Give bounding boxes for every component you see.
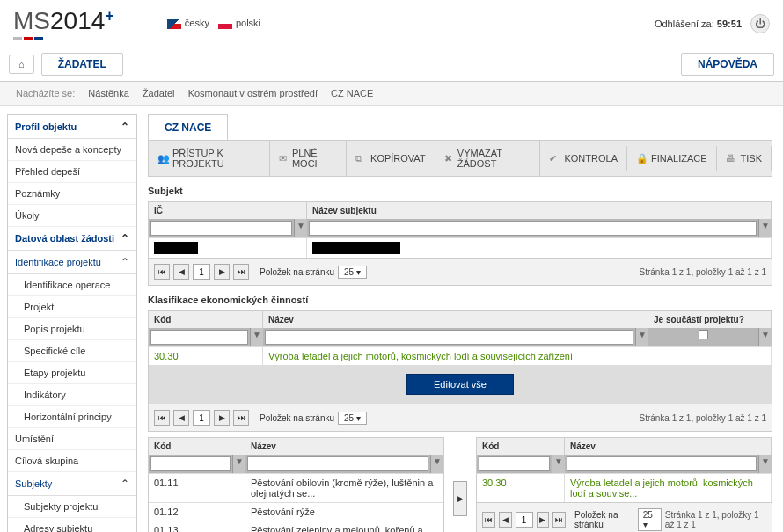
pager-page[interactable] xyxy=(193,410,210,426)
pager-size[interactable]: 25 ▾ xyxy=(638,508,662,531)
funnel-icon[interactable]: ▼ xyxy=(233,455,245,473)
edit-all-button[interactable]: Editovat vše xyxy=(406,374,514,395)
funnel-icon[interactable]: ▼ xyxy=(759,328,772,346)
pager-first[interactable]: ⏮ xyxy=(154,410,170,426)
sidebar-item[interactable]: Nová depeše a koncepty xyxy=(8,139,136,161)
sidebar-item[interactable]: Specifické cíle xyxy=(8,340,136,362)
funnel-icon[interactable]: ▼ xyxy=(759,219,772,237)
cell-nazev[interactable]: Pěstování rýže xyxy=(245,503,443,521)
col-nazev[interactable]: Název xyxy=(263,311,648,328)
col-nazev[interactable]: Název xyxy=(565,438,772,455)
sidebar-item[interactable]: Poznámky xyxy=(8,183,136,205)
tool-delete[interactable]: ✖VYMAZAT ŽÁDOST xyxy=(435,141,541,176)
help-button[interactable]: NÁPOVĚDA xyxy=(681,53,774,76)
cell-soucast xyxy=(648,347,772,365)
home-button[interactable]: ⌂ xyxy=(9,55,34,74)
pager-last[interactable]: ⏭ xyxy=(552,512,566,528)
section-subject: Subjekt xyxy=(148,177,772,201)
sidebar-group-profil[interactable]: Profil objektu⌃ xyxy=(8,115,136,139)
sidebar-group-identifikace[interactable]: Identifikace projektu⌃ xyxy=(8,251,136,274)
tool-copy[interactable]: ⧉KOPÍROVAT xyxy=(347,146,435,171)
sidebar-item[interactable]: Umístění xyxy=(8,428,136,450)
pager-prev[interactable]: ◀ xyxy=(173,410,189,426)
funnel-icon[interactable]: ▼ xyxy=(636,328,648,346)
lang-polish[interactable]: polski xyxy=(218,18,260,29)
col-kod[interactable]: Kód xyxy=(149,438,245,455)
cell-kod[interactable]: 01.12 xyxy=(149,503,245,521)
pager-page[interactable] xyxy=(516,512,533,528)
print-icon: 🖶 xyxy=(726,153,736,164)
pager-prev[interactable]: ◀ xyxy=(173,264,189,280)
sidebar-item[interactable]: Přehled depeší xyxy=(8,161,136,183)
chevron-up-icon: ⌃ xyxy=(121,232,129,244)
funnel-icon[interactable]: ▼ xyxy=(431,455,443,473)
filter-nazev[interactable] xyxy=(247,456,428,471)
col-name[interactable]: Název subjektu xyxy=(307,202,772,219)
funnel-icon[interactable]: ▼ xyxy=(759,455,772,473)
tool-access[interactable]: 👥PŘÍSTUP K PROJEKTU xyxy=(149,141,270,176)
sidebar-group-subjekty[interactable]: Subjekty⌃ xyxy=(8,472,136,496)
pager-last[interactable]: ⏭ xyxy=(233,410,249,426)
filter-kod[interactable] xyxy=(150,330,248,345)
sidebar-item[interactable]: Adresy subjektu xyxy=(8,518,136,532)
cell-nazev[interactable]: Výroba letadel a jejich motorů, kosmický… xyxy=(565,474,772,502)
sidebar-item[interactable]: Indikátory xyxy=(8,384,136,406)
cell-nazev[interactable]: Výroba letadel a jejich motorů, kosmický… xyxy=(263,347,648,365)
tab-cznace[interactable]: CZ NACE xyxy=(148,114,228,140)
filter-kod[interactable] xyxy=(150,456,231,471)
pager-last[interactable]: ⏭ xyxy=(233,264,249,280)
cell-kod[interactable]: 30.30 xyxy=(477,474,565,502)
col-kod[interactable]: Kód xyxy=(149,311,263,328)
tool-print[interactable]: 🖶TISK xyxy=(717,146,772,171)
pager-size[interactable]: 25 ▾ xyxy=(338,266,367,279)
col-nazev[interactable]: Název xyxy=(245,438,443,455)
move-right-button[interactable]: ▶ xyxy=(453,481,467,516)
col-ic[interactable]: IČ xyxy=(149,202,307,219)
power-icon[interactable]: ⏻ xyxy=(750,14,770,33)
sidebar-item[interactable]: Identifikace operace xyxy=(8,274,136,296)
redacted-ic xyxy=(154,242,198,254)
funnel-icon[interactable]: ▼ xyxy=(552,455,565,473)
sidebar-group-datova[interactable]: Datová oblast žádosti⌃ xyxy=(8,227,136,251)
col-soucast[interactable]: Je součástí projektu? xyxy=(648,311,772,328)
pager-first[interactable]: ⏮ xyxy=(154,264,170,280)
cell-nazev[interactable]: Pěstování obilovin (kromě rýže), luštěni… xyxy=(245,474,443,502)
filter-nazev[interactable] xyxy=(265,330,633,345)
pager-next[interactable]: ▶ xyxy=(537,512,550,528)
pager-size[interactable]: 25 ▾ xyxy=(338,412,367,425)
lang-czech[interactable]: česky xyxy=(167,18,209,29)
filter-ic[interactable] xyxy=(150,221,292,236)
filter-nazev[interactable] xyxy=(567,456,757,471)
sidebar-item[interactable]: Projekt xyxy=(8,296,136,318)
col-kod[interactable]: Kód xyxy=(477,438,565,455)
pager-next[interactable]: ▶ xyxy=(214,264,230,280)
filter-name[interactable] xyxy=(309,221,757,236)
pager-label: Položek na stránku xyxy=(260,413,334,423)
tool-check[interactable]: ✔KONTROLA xyxy=(540,146,627,171)
cell-nazev[interactable]: Pěstování zeleniny a melounů, kořenů a h… xyxy=(245,521,443,532)
sidebar-item[interactable]: Úkoly xyxy=(8,205,136,227)
applicant-button[interactable]: ŽADATEL xyxy=(41,53,123,76)
sidebar-item[interactable]: Etapy projektu xyxy=(8,362,136,384)
pager-first[interactable]: ⏮ xyxy=(482,512,495,528)
sidebar-item[interactable]: Popis projektu xyxy=(8,318,136,340)
funnel-icon[interactable]: ▼ xyxy=(295,219,307,237)
cell-kod[interactable]: 01.11 xyxy=(149,474,245,502)
cell-kod[interactable]: 30.30 xyxy=(149,347,263,365)
funnel-icon[interactable]: ▼ xyxy=(251,328,263,346)
cell-kod[interactable]: 01.13 xyxy=(149,521,245,532)
breadcrumb: Nacházíte se: Nástěnka Žadatel Kosmonaut… xyxy=(0,82,783,106)
sidebar-item[interactable]: Horizontální principy xyxy=(8,406,136,428)
section-klas: Klasifikace ekonomických činností xyxy=(148,286,772,310)
sidebar-item[interactable]: Cílová skupina xyxy=(8,450,136,472)
chevron-up-icon: ⌃ xyxy=(121,477,129,490)
pager-next[interactable]: ▶ xyxy=(214,410,230,426)
tool-poa[interactable]: ✉PLNÉ MOCI xyxy=(270,141,347,176)
copy-icon: ⧉ xyxy=(355,153,366,164)
filter-checkbox[interactable] xyxy=(699,330,708,339)
tool-finalize[interactable]: 🔒FINALIZACE xyxy=(627,146,717,171)
pager-prev[interactable]: ◀ xyxy=(499,512,512,528)
sidebar-item[interactable]: Subjekty projektu xyxy=(8,496,136,518)
filter-kod[interactable] xyxy=(479,456,550,471)
pager-page[interactable] xyxy=(193,264,210,280)
